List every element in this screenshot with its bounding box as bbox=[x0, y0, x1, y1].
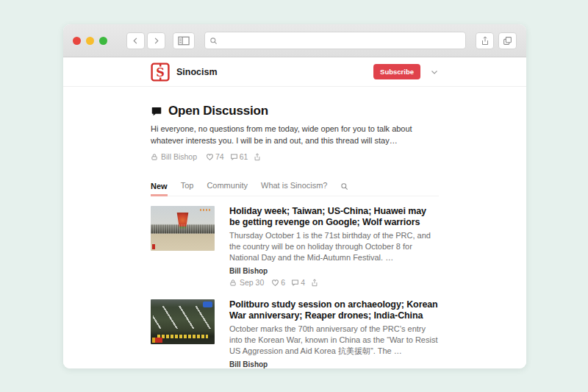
post-like-button[interactable]: 6 bbox=[271, 278, 285, 287]
forward-chevron-icon bbox=[152, 37, 160, 45]
post-excerpt: Thursday October 1 is the 71st birthday … bbox=[229, 230, 439, 263]
post-title[interactable]: Holiday week; Taiwan; US-China; Huawei m… bbox=[229, 206, 439, 228]
subtitle-band bbox=[157, 335, 209, 338]
post-author: Bill Bishop bbox=[229, 267, 439, 275]
header-menu-button[interactable] bbox=[430, 68, 439, 76]
featured-post-byline: Bill Bishop 74 61 bbox=[151, 152, 439, 161]
address-bar-input[interactable] bbox=[221, 36, 461, 45]
subscribe-button[interactable]: Subscribe bbox=[373, 64, 420, 79]
featured-comment-count: 61 bbox=[240, 152, 248, 161]
featured-share-button[interactable] bbox=[254, 153, 261, 161]
tv-logo bbox=[203, 302, 212, 307]
featured-post-heading: Open Discussion bbox=[151, 104, 439, 118]
page-content: S Sinocism Subscribe Open Discussion Hi … bbox=[63, 57, 526, 368]
rifles-graphic bbox=[153, 306, 212, 329]
back-chevron-icon bbox=[132, 37, 140, 45]
browser-window: S Sinocism Subscribe Open Discussion Hi … bbox=[63, 24, 526, 368]
featured-like-count: 74 bbox=[215, 152, 224, 161]
tab-community[interactable]: Community bbox=[207, 181, 248, 196]
lock-icon bbox=[151, 153, 158, 161]
corner-banner bbox=[152, 338, 162, 343]
crowd-texture bbox=[151, 224, 215, 234]
speech-bubble-icon bbox=[151, 106, 162, 117]
sinocism-logo[interactable]: S bbox=[151, 63, 170, 82]
post-thumbnail-parade[interactable] bbox=[151, 206, 215, 251]
browser-titlebar bbox=[63, 24, 526, 57]
tab-overview-button[interactable] bbox=[498, 32, 517, 49]
svg-text:S: S bbox=[156, 65, 165, 79]
post-thumbnail-honor-guard[interactable] bbox=[151, 299, 215, 344]
comment-bubble-icon bbox=[291, 279, 299, 287]
post-comment-count: 4 bbox=[301, 278, 305, 287]
post-row[interactable]: Holiday week; Taiwan; US-China; Huawei m… bbox=[151, 206, 439, 287]
share-up-arrow-icon bbox=[481, 36, 490, 46]
window-controls bbox=[73, 37, 107, 45]
post-share-button[interactable] bbox=[311, 279, 318, 287]
heart-icon bbox=[206, 153, 214, 161]
brand-name[interactable]: Sinocism bbox=[176, 67, 218, 77]
share-up-arrow-icon bbox=[254, 153, 261, 161]
post-title[interactable]: Politburo study session on archaeology; … bbox=[229, 299, 439, 321]
tab-what-is-sinocism[interactable]: What is Sinocism? bbox=[261, 181, 327, 196]
minimize-window-button[interactable] bbox=[86, 37, 94, 45]
comment-bubble-icon bbox=[230, 153, 238, 161]
post-author: Bill Bishop bbox=[229, 360, 439, 368]
tab-new[interactable]: New bbox=[151, 182, 168, 196]
back-button[interactable] bbox=[126, 32, 145, 49]
share-button[interactable] bbox=[476, 32, 494, 49]
post-excerpt: October marks the 70th anniversary of th… bbox=[229, 324, 439, 357]
lock-icon bbox=[229, 279, 237, 287]
post-date: Sep 30 bbox=[240, 278, 264, 287]
close-window-button[interactable] bbox=[73, 37, 81, 45]
post-comment-button[interactable]: 4 bbox=[291, 278, 305, 287]
featured-post-excerpt: Hi everyone, no questions from me today,… bbox=[151, 123, 439, 146]
archive-search-button[interactable] bbox=[340, 182, 348, 196]
featured-post-title[interactable]: Open Discussion bbox=[168, 104, 268, 118]
heart-icon bbox=[271, 279, 279, 287]
corner-mark bbox=[152, 244, 155, 249]
archive-tabs: New Top Community What is Sinocism? bbox=[151, 181, 439, 196]
tab-top[interactable]: Top bbox=[181, 181, 194, 196]
share-up-arrow-icon bbox=[311, 279, 318, 287]
post-meta: Sep 30 6 4 bbox=[229, 278, 439, 287]
site-header: S Sinocism Subscribe bbox=[63, 57, 526, 87]
chevron-down-icon bbox=[430, 68, 439, 76]
tab-overview-icon bbox=[503, 36, 512, 46]
post-row[interactable]: Politburo study session on archaeology; … bbox=[151, 299, 439, 368]
search-magnifier-icon bbox=[209, 37, 218, 45]
featured-comment-button[interactable]: 61 bbox=[230, 152, 248, 161]
forward-button[interactable] bbox=[147, 32, 165, 49]
post-like-count: 6 bbox=[281, 278, 285, 287]
sidebar-toggle-button[interactable] bbox=[173, 32, 195, 49]
featured-like-button[interactable]: 74 bbox=[206, 152, 224, 161]
sidebar-panel-icon bbox=[178, 36, 190, 46]
featured-post-author[interactable]: Bill Bishop bbox=[161, 152, 197, 161]
search-magnifier-icon bbox=[340, 182, 348, 190]
tv-watermark bbox=[200, 209, 212, 211]
zoom-window-button[interactable] bbox=[99, 37, 107, 45]
address-bar[interactable] bbox=[204, 32, 466, 49]
